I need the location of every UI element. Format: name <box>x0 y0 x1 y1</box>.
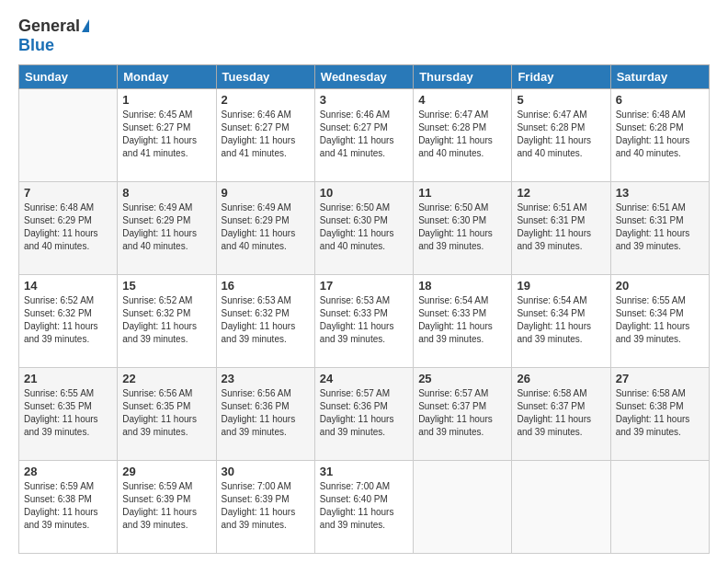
calendar-day-cell: 9Sunrise: 6:49 AMSunset: 6:29 PMDaylight… <box>216 182 314 275</box>
calendar-day-cell: 11Sunrise: 6:50 AMSunset: 6:30 PMDayligh… <box>414 182 512 275</box>
calendar-week-row: 1Sunrise: 6:45 AMSunset: 6:27 PMDaylight… <box>19 89 710 182</box>
day-number: 15 <box>122 279 210 293</box>
day-number: 1 <box>122 93 210 107</box>
day-number: 4 <box>418 93 506 107</box>
day-number: 30 <box>222 465 310 478</box>
day-number: 19 <box>517 279 605 293</box>
calendar-day-cell: 16Sunrise: 6:53 AMSunset: 6:32 PMDayligh… <box>216 275 314 368</box>
day-number: 18 <box>418 279 506 293</box>
day-info: Sunrise: 6:59 AMSunset: 6:39 PMDaylight:… <box>122 480 210 532</box>
calendar-header-cell: Saturday <box>610 65 709 89</box>
day-info: Sunrise: 6:50 AMSunset: 6:30 PMDaylight:… <box>418 201 506 253</box>
day-info: Sunrise: 6:45 AMSunset: 6:27 PMDaylight:… <box>122 109 210 160</box>
calendar-day-cell: 30Sunrise: 7:00 AMSunset: 6:39 PMDayligh… <box>216 461 314 554</box>
day-info: Sunrise: 6:47 AMSunset: 6:28 PMDaylight:… <box>517 109 605 160</box>
day-number: 20 <box>616 279 704 293</box>
calendar-header-cell: Sunday <box>19 65 118 89</box>
logo: General Blue <box>18 17 89 55</box>
day-number: 6 <box>616 93 704 107</box>
day-number: 10 <box>320 186 408 200</box>
day-info: Sunrise: 6:47 AMSunset: 6:28 PMDaylight:… <box>418 109 506 160</box>
calendar-day-cell: 6Sunrise: 6:48 AMSunset: 6:28 PMDaylight… <box>610 89 709 182</box>
calendar-day-cell: 10Sunrise: 6:50 AMSunset: 6:30 PMDayligh… <box>314 182 413 275</box>
day-number: 23 <box>222 372 310 385</box>
day-number: 28 <box>24 465 112 478</box>
day-info: Sunrise: 6:49 AMSunset: 6:29 PMDaylight:… <box>222 201 310 253</box>
calendar-day-cell: 1Sunrise: 6:45 AMSunset: 6:27 PMDaylight… <box>118 89 216 182</box>
day-number: 24 <box>320 372 408 385</box>
day-info: Sunrise: 6:58 AMSunset: 6:37 PMDaylight:… <box>517 387 605 439</box>
day-info: Sunrise: 6:49 AMSunset: 6:29 PMDaylight:… <box>122 201 210 253</box>
calendar-header-cell: Wednesday <box>314 65 413 89</box>
day-number: 9 <box>222 186 310 200</box>
day-info: Sunrise: 6:51 AMSunset: 6:31 PMDaylight:… <box>616 201 704 253</box>
calendar-table: SundayMondayTuesdayWednesdayThursdayFrid… <box>18 64 710 554</box>
calendar-day-cell: 24Sunrise: 6:57 AMSunset: 6:36 PMDayligh… <box>314 368 413 461</box>
day-number: 29 <box>122 465 210 478</box>
calendar-day-cell: 8Sunrise: 6:49 AMSunset: 6:29 PMDaylight… <box>118 182 216 275</box>
day-number: 16 <box>222 279 310 293</box>
day-number: 17 <box>320 279 408 293</box>
calendar-day-cell: 7Sunrise: 6:48 AMSunset: 6:29 PMDaylight… <box>19 182 118 275</box>
page: General Blue SundayMondayTuesdayWednesda… <box>0 0 728 563</box>
day-info: Sunrise: 7:00 AMSunset: 6:40 PMDaylight:… <box>320 480 408 532</box>
day-info: Sunrise: 6:55 AMSunset: 6:34 PMDaylight:… <box>616 294 704 346</box>
calendar-day-cell <box>610 461 709 554</box>
calendar-day-cell: 20Sunrise: 6:55 AMSunset: 6:34 PMDayligh… <box>610 275 709 368</box>
day-info: Sunrise: 6:50 AMSunset: 6:30 PMDaylight:… <box>320 201 408 253</box>
day-number: 5 <box>517 93 605 107</box>
calendar-day-cell: 31Sunrise: 7:00 AMSunset: 6:40 PMDayligh… <box>314 461 413 554</box>
day-info: Sunrise: 6:52 AMSunset: 6:32 PMDaylight:… <box>24 294 112 346</box>
day-info: Sunrise: 6:52 AMSunset: 6:32 PMDaylight:… <box>122 294 210 346</box>
calendar-day-cell: 13Sunrise: 6:51 AMSunset: 6:31 PMDayligh… <box>610 182 709 275</box>
day-number: 14 <box>24 279 112 293</box>
day-info: Sunrise: 6:56 AMSunset: 6:35 PMDaylight:… <box>122 387 210 439</box>
day-number: 2 <box>222 93 310 107</box>
day-info: Sunrise: 6:46 AMSunset: 6:27 PMDaylight:… <box>222 109 310 160</box>
day-number: 12 <box>517 186 605 200</box>
day-info: Sunrise: 7:00 AMSunset: 6:39 PMDaylight:… <box>222 480 310 532</box>
calendar-day-cell <box>512 461 610 554</box>
day-number: 7 <box>24 186 112 200</box>
day-number: 27 <box>616 372 704 385</box>
day-number: 25 <box>418 372 506 385</box>
calendar-day-cell: 26Sunrise: 6:58 AMSunset: 6:37 PMDayligh… <box>512 368 610 461</box>
calendar-week-row: 28Sunrise: 6:59 AMSunset: 6:38 PMDayligh… <box>19 461 710 554</box>
logo-general-text: General <box>18 17 80 36</box>
day-number: 11 <box>418 186 506 200</box>
calendar-week-row: 14Sunrise: 6:52 AMSunset: 6:32 PMDayligh… <box>19 275 710 368</box>
calendar-day-cell: 25Sunrise: 6:57 AMSunset: 6:37 PMDayligh… <box>414 368 512 461</box>
calendar-header-cell: Monday <box>118 65 216 89</box>
day-info: Sunrise: 6:53 AMSunset: 6:33 PMDaylight:… <box>320 294 408 346</box>
day-info: Sunrise: 6:51 AMSunset: 6:31 PMDaylight:… <box>517 201 605 253</box>
day-info: Sunrise: 6:46 AMSunset: 6:27 PMDaylight:… <box>320 109 408 160</box>
calendar-day-cell: 22Sunrise: 6:56 AMSunset: 6:35 PMDayligh… <box>118 368 216 461</box>
day-number: 3 <box>320 93 408 107</box>
day-number: 21 <box>24 372 112 385</box>
day-info: Sunrise: 6:53 AMSunset: 6:32 PMDaylight:… <box>222 294 310 346</box>
day-info: Sunrise: 6:54 AMSunset: 6:34 PMDaylight:… <box>517 294 605 346</box>
day-number: 26 <box>517 372 605 385</box>
day-info: Sunrise: 6:57 AMSunset: 6:37 PMDaylight:… <box>418 387 506 439</box>
calendar-header-cell: Tuesday <box>216 65 314 89</box>
day-info: Sunrise: 6:59 AMSunset: 6:38 PMDaylight:… <box>24 480 112 532</box>
calendar-header-cell: Friday <box>512 65 610 89</box>
calendar-day-cell: 17Sunrise: 6:53 AMSunset: 6:33 PMDayligh… <box>314 275 413 368</box>
calendar-day-cell: 5Sunrise: 6:47 AMSunset: 6:28 PMDaylight… <box>512 89 610 182</box>
calendar-day-cell: 14Sunrise: 6:52 AMSunset: 6:32 PMDayligh… <box>19 275 118 368</box>
logo-triangle-icon <box>82 19 89 32</box>
calendar-header-row: SundayMondayTuesdayWednesdayThursdayFrid… <box>19 65 710 89</box>
calendar-day-cell: 3Sunrise: 6:46 AMSunset: 6:27 PMDaylight… <box>314 89 413 182</box>
day-info: Sunrise: 6:56 AMSunset: 6:36 PMDaylight:… <box>222 387 310 439</box>
day-number: 31 <box>320 465 408 478</box>
day-number: 13 <box>616 186 704 200</box>
calendar-day-cell: 15Sunrise: 6:52 AMSunset: 6:32 PMDayligh… <box>118 275 216 368</box>
calendar-day-cell: 29Sunrise: 6:59 AMSunset: 6:39 PMDayligh… <box>118 461 216 554</box>
calendar-header-cell: Thursday <box>414 65 512 89</box>
calendar-day-cell: 28Sunrise: 6:59 AMSunset: 6:38 PMDayligh… <box>19 461 118 554</box>
day-info: Sunrise: 6:57 AMSunset: 6:36 PMDaylight:… <box>320 387 408 439</box>
calendar-day-cell: 18Sunrise: 6:54 AMSunset: 6:33 PMDayligh… <box>414 275 512 368</box>
header: General Blue <box>18 17 710 55</box>
calendar-day-cell: 19Sunrise: 6:54 AMSunset: 6:34 PMDayligh… <box>512 275 610 368</box>
day-info: Sunrise: 6:48 AMSunset: 6:28 PMDaylight:… <box>616 109 704 160</box>
